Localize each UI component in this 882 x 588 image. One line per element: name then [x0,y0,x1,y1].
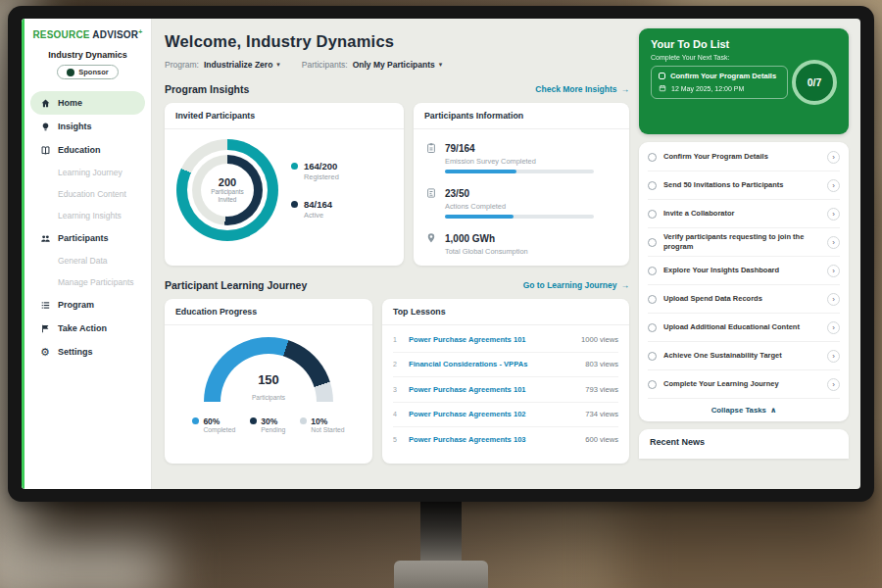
task-checkbox[interactable] [648,210,657,219]
task-row[interactable]: Confirm Your Program Details › [648,143,840,172]
task-label: Invite a Collaborator [663,209,820,219]
task-checkbox[interactable] [648,238,657,247]
participants-filter-label: Participants: [302,60,348,70]
task-row[interactable]: Upload Additional Educational Content › [648,314,840,342]
lesson-row[interactable]: 1 Power Purchase Agreements 101 1000 vie… [393,327,618,353]
next-task-due: 12 May 2025, 12:00 PM [671,85,744,92]
go-to-learning-journey-link[interactable]: Go to Learning Journey → [523,280,629,290]
sidebar-item-manage-participants[interactable]: Manage Participants [24,271,151,293]
task-row[interactable]: Invite a Collaborator › [648,200,840,228]
task-row[interactable]: Achieve One Sustainability Target › [648,342,840,370]
stat-emission-survey: 79/164 Emission Survey Completed [425,138,617,173]
sidebar-nav: Home Insights Education Learning Journey… [24,91,151,364]
lesson-views: 734 views [585,410,618,418]
lesson-row[interactable]: 5 Power Purchase Agreements 103 600 view… [393,427,618,453]
task-row[interactable]: Send 50 Invitations to Participants › [648,172,840,200]
task-row[interactable]: Complete Your Learning Journey › [648,370,840,399]
sidebar-item-learning-journey[interactable]: Learning Journey [24,162,151,183]
task-label: Achieve One Sustainability Target [663,351,820,361]
sidebar-item-learning-insights[interactable]: Learning Insights [24,205,151,226]
recent-news-title: Recent News [650,437,705,447]
chevron-right-icon[interactable]: › [827,350,840,363]
chevron-right-icon[interactable]: › [827,265,840,277]
lightbulb-icon [39,122,51,132]
legend-dot [192,417,199,424]
lesson-rank: 3 [393,386,401,393]
check-more-insights-link[interactable]: Check More Insights → [535,84,629,94]
chevron-right-icon[interactable]: › [827,321,840,334]
org-name: Industry Dynamics [24,50,151,60]
lesson-row[interactable]: 4 Power Purchase Agreements 102 734 view… [393,403,618,428]
donut-center-caption: Participants Invited [203,188,252,204]
lesson-link[interactable]: Financial Considerations - VPPAs [409,360,577,368]
lesson-link[interactable]: Power Purchase Agreements 103 [409,435,577,444]
task-checkbox[interactable] [648,295,657,304]
sidebar-item-participants[interactable]: Participants [30,226,145,250]
sidebar-item-settings[interactable]: ⚙ Settings [30,340,145,364]
task-label: Complete Your Learning Journey [663,379,820,389]
sidebar-item-general-data[interactable]: General Data [24,250,151,271]
chevron-right-icon[interactable]: › [827,179,840,192]
legend-label: Pending [261,426,285,433]
sidebar-item-insights[interactable]: Insights [30,115,145,138]
chevron-right-icon[interactable]: › [827,151,840,164]
task-row[interactable]: Explore Your Insights Dashboard › [648,257,840,285]
lesson-row[interactable]: 3 Power Purchase Agreements 101 793 view… [393,377,618,403]
program-select-value: Industrialize Zero [204,60,272,70]
education-progress-card: Education Progress 150 Participants 60% [165,299,372,464]
task-checkbox[interactable] [648,380,657,389]
chevron-right-icon[interactable]: › [827,208,840,220]
section-title-program-insights: Program Insights [165,83,249,95]
collapse-tasks-link[interactable]: Collapse Tasks ∧ [648,399,840,420]
sponsor-badge[interactable]: Sponsor [57,65,118,79]
card-title: Invited Participants [165,103,404,129]
progress-fill [445,215,514,219]
sidebar-item-program[interactable]: Program [30,293,145,317]
chevron-down-icon: ▾ [276,61,280,69]
sidebar-item-label: Education [58,145,101,155]
legend-item-pending: 30% Pending [250,416,285,433]
task-checkbox[interactable] [648,153,657,162]
logo-secondary: ADVISOR [92,29,138,40]
program-select[interactable]: Industrialize Zero ▾ [204,60,280,70]
chevron-right-icon[interactable]: › [827,293,840,306]
sidebar-item-label: Learning Journey [58,168,122,177]
program-filter-label: Program: [165,60,199,70]
app-logo: RESOURCE ADVISOR+ [28,28,147,40]
participants-filter: Participants: Only My Participants ▾ [302,60,442,70]
sidebar-item-education-content[interactable]: Education Content [24,183,151,205]
lesson-rank: 4 [393,411,401,417]
legend-label: Completed [203,426,235,433]
sidebar-item-label: Education Content [58,189,126,199]
chevron-right-icon[interactable]: › [827,378,840,391]
lesson-link[interactable]: Power Purchase Agreements 101 [409,335,573,344]
legend-item-active: 84/164 Active [291,199,339,220]
card-title: Participants Information [414,103,629,129]
task-checkbox[interactable] [648,181,657,190]
participants-select[interactable]: Only My Participants ▾ [353,60,443,70]
invited-donut: 200 Participants Invited [176,139,278,241]
list-icon [39,300,51,311]
sidebar-item-label: Insights [58,122,92,131]
link-label: Check More Insights [535,84,616,94]
link-label: Go to Learning Journey [523,280,617,290]
sidebar-item-take-action[interactable]: Take Action [30,317,145,340]
main-content: Welcome, Industry Dynamics Program: Indu… [165,19,629,489]
stat-actions-completed: 23/50 Actions Completed [425,183,617,219]
task-checkbox[interactable] [648,352,657,361]
task-row[interactable]: Verify participants requesting to join t… [648,228,840,257]
next-task[interactable]: Confirm Your Program Details 12 May 2025… [651,66,788,99]
todo-progress-value: 0/7 [808,76,822,88]
chevron-right-icon[interactable]: › [827,236,840,249]
checkbox-icon[interactable] [659,73,665,79]
task-checkbox[interactable] [648,323,657,332]
legend-value: 84/164 [304,199,332,210]
lesson-link[interactable]: Power Purchase Agreements 101 [409,385,577,394]
task-row[interactable]: Upload Spend Data Records › [648,285,840,314]
sidebar-item-education[interactable]: Education [30,138,145,162]
lesson-row[interactable]: 2 Financial Considerations - VPPAs 803 v… [393,353,618,378]
lesson-link[interactable]: Power Purchase Agreements 102 [409,410,577,418]
task-checkbox[interactable] [648,267,657,275]
stat-label: Total Global Consumption [445,247,528,256]
sidebar-item-home[interactable]: Home [30,91,145,115]
